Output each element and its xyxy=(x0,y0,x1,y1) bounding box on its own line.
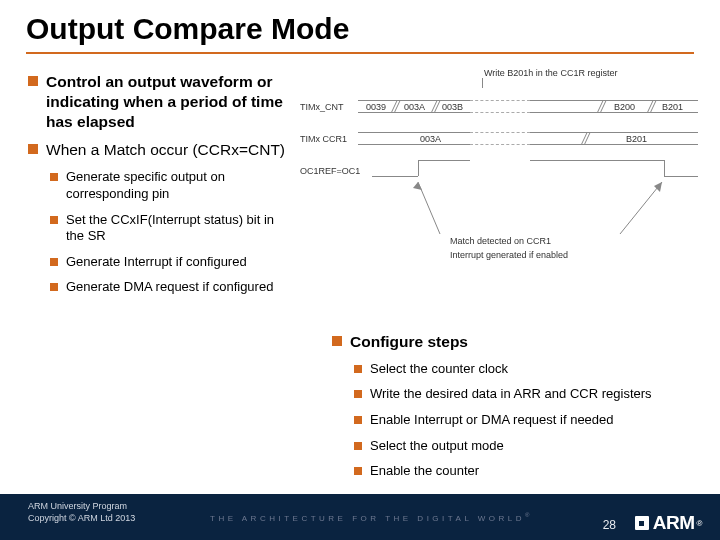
timing-diagram: Write B201h in the CC1R register TIMx_CN… xyxy=(300,68,700,288)
footer-line1: ARM University Program xyxy=(28,500,135,512)
diagram-line xyxy=(664,160,665,176)
bullet-square-icon xyxy=(332,336,342,346)
bullet-square-icon xyxy=(50,173,58,181)
diagram-annotation: Interrupt generated if enabled xyxy=(450,250,568,260)
bullet-level1: When a Match occur (CCRx=CNT) xyxy=(28,140,288,160)
dashed-line xyxy=(470,112,530,113)
diagram-line xyxy=(358,100,470,101)
bullet-level2: Generate specific output on correspondin… xyxy=(50,169,288,202)
bullet-text: When a Match occur (CCRx=CNT) xyxy=(46,140,285,160)
chip-icon xyxy=(635,516,649,530)
slide-title: Output Compare Mode xyxy=(0,0,720,52)
diagram-line xyxy=(664,176,698,177)
bullet-level1: Configure steps xyxy=(332,332,692,352)
diagram-line xyxy=(418,160,419,176)
bullet-level2: Select the output mode xyxy=(354,438,692,455)
footer-attribution: ARM University Program Copyright © ARM L… xyxy=(28,500,135,524)
diagram-value: B201 xyxy=(662,102,683,112)
bullet-level2: Enable the counter xyxy=(354,463,692,480)
bullet-text: Generate Interrupt if configured xyxy=(66,254,247,271)
diagram-value: 003B xyxy=(442,102,463,112)
right-column: Configure steps Select the counter clock… xyxy=(332,332,692,489)
bullet-level2: Generate DMA request if configured xyxy=(50,279,288,296)
svg-line-2 xyxy=(620,182,662,234)
diagram-transition xyxy=(391,100,401,112)
bullet-level2: Write the desired data in ARR and CCR re… xyxy=(354,386,692,403)
diagram-row-label: TIMx_CNT xyxy=(300,102,344,112)
bullet-square-icon xyxy=(354,365,362,373)
diagram-transition xyxy=(431,100,441,112)
bullet-level2: Generate Interrupt if configured xyxy=(50,254,288,271)
diagram-line xyxy=(418,160,470,161)
bullet-text: Write the desired data in ARR and CCR re… xyxy=(370,386,652,403)
bullet-text: Select the output mode xyxy=(370,438,504,455)
footer-tagline: THE ARCHITECTURE FOR THE DIGITAL WORLD® xyxy=(210,512,530,523)
arrow-icon xyxy=(620,180,680,242)
bullet-text: Generate DMA request if configured xyxy=(66,279,273,296)
diagram-transition xyxy=(581,132,591,144)
bullet-square-icon xyxy=(354,416,362,424)
diagram-line xyxy=(530,144,698,145)
diagram-value: B201 xyxy=(626,134,647,144)
bullet-text: Set the CCxIF(Interrupt status) bit in t… xyxy=(66,212,288,245)
diagram-line xyxy=(358,132,470,133)
diagram-line xyxy=(530,112,698,113)
bullet-text: Enable the counter xyxy=(370,463,479,480)
diagram-value: 003A xyxy=(420,134,441,144)
bullet-square-icon xyxy=(354,467,362,475)
page-number: 28 xyxy=(603,518,616,532)
svg-marker-1 xyxy=(413,182,422,190)
bullet-square-icon xyxy=(28,76,38,86)
diagram-line xyxy=(358,144,470,145)
dashed-line xyxy=(470,144,530,145)
dashed-line xyxy=(470,100,530,101)
diagram-value: 0039 xyxy=(366,102,386,112)
content-area: Control an output waveform or indicating… xyxy=(0,62,720,494)
bullet-text: Select the counter clock xyxy=(370,361,508,378)
bullet-square-icon xyxy=(50,283,58,291)
footer-line2: Copyright © ARM Ltd 2013 xyxy=(28,512,135,524)
diagram-line xyxy=(530,100,698,101)
bullet-level1: Control an output waveform or indicating… xyxy=(28,72,288,131)
tagline-text: THE ARCHITECTURE FOR THE DIGITAL WORLD xyxy=(210,514,525,523)
bullet-square-icon xyxy=(354,390,362,398)
slide: Output Compare Mode Control an output wa… xyxy=(0,0,720,540)
diagram-annotation: Match detected on CCR1 xyxy=(450,236,551,246)
diagram-tick xyxy=(482,78,483,88)
bullet-text: Enable Interrupt or DMA request if neede… xyxy=(370,412,614,429)
bullet-text: Generate specific output on correspondin… xyxy=(66,169,288,202)
diagram-value: 003A xyxy=(404,102,425,112)
diagram-transition xyxy=(647,100,657,112)
diagram-row-label: TIMx CCR1 xyxy=(300,134,347,144)
bullet-square-icon xyxy=(50,258,58,266)
logo-text: ARM xyxy=(653,512,695,534)
bullet-square-icon xyxy=(354,442,362,450)
diagram-line xyxy=(530,160,664,161)
diagram-line xyxy=(372,176,418,177)
diagram-value: B200 xyxy=(614,102,635,112)
arrow-icon xyxy=(410,180,450,242)
title-underline xyxy=(26,52,694,54)
diagram-annotation: Write B201h in the CC1R register xyxy=(484,68,617,78)
left-column: Control an output waveform or indicating… xyxy=(28,72,288,305)
footer-bar: ARM University Program Copyright © ARM L… xyxy=(0,494,720,540)
dashed-line xyxy=(470,132,530,133)
bullet-square-icon xyxy=(28,144,38,154)
bullet-square-icon xyxy=(50,216,58,224)
bullet-level2: Enable Interrupt or DMA request if neede… xyxy=(354,412,692,429)
bullet-level2: Set the CCxIF(Interrupt status) bit in t… xyxy=(50,212,288,245)
diagram-row-label: OC1REF=OC1 xyxy=(300,166,360,176)
arm-logo: ARM® xyxy=(635,512,702,534)
bullet-text: Configure steps xyxy=(350,332,468,352)
bullet-level2: Select the counter clock xyxy=(354,361,692,378)
diagram-line xyxy=(530,132,698,133)
diagram-line xyxy=(358,112,470,113)
diagram-transition xyxy=(597,100,607,112)
bullet-text: Control an output waveform or indicating… xyxy=(46,72,288,131)
